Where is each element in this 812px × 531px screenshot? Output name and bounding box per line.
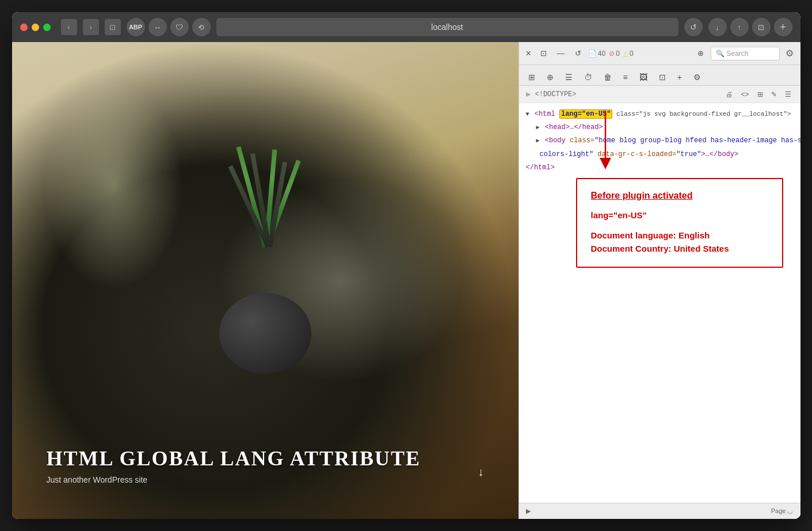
close-button[interactable] [20,24,28,31]
devtools-screenshot-button[interactable]: ⊡ [537,47,550,60]
lang-attr-highlighted: lang="en-US" [559,109,612,119]
html-tag-open: <html [535,110,559,118]
tab-switcher-button[interactable]: ⊡ [105,19,121,35]
plant-decoration [219,166,311,374]
devtools-close-button[interactable]: × [524,46,533,61]
devtools-panel: × ⊡ — ↺ 📄 40 ⊘ 0 △ 0 ⊕ [519,42,800,519]
tab-console[interactable]: ≡ [619,69,632,85]
traffic-lights [20,24,51,31]
html-open-line: ▼ <html lang="en-US" class="js svg backg… [526,108,794,121]
code-view-button[interactable]: <> [738,89,751,100]
shield-button[interactable]: 🛡 [170,18,189,36]
html-class-attr: class="js svg background-fixed gr__local… [612,111,791,117]
devtools-pick-button[interactable]: ⊕ [694,47,707,60]
devtools-minimize-button[interactable]: — [554,47,568,60]
devtools-status-right: Page ◡ [771,507,794,515]
new-tab-button[interactable]: + [774,18,792,36]
address-text: localhost [431,22,463,32]
devtools-error-count: ⊘ 0 [609,50,620,58]
edit-button[interactable]: ✎ [769,89,779,100]
devtools-status-page: Page ◡ [771,507,794,515]
info-box-language: Document language: English [591,229,768,242]
doctype-text: <!DOCTYPE> [535,90,577,98]
dom-tree: ▼ <html lang="en-US" class="js svg backg… [519,103,800,503]
right-toolbar-icons: ↓ ↑ ⊡ + [708,18,792,36]
tab-timeline[interactable]: ⏱ [580,69,597,85]
devtools-status-left: ▶ [526,507,531,515]
tab-elements[interactable]: ⊞ [524,69,540,85]
html-triangle[interactable]: ▼ [526,111,529,117]
plant-pot [219,293,311,374]
devtools-doc-count: 📄 40 [588,50,605,58]
info-annotation-box: Before plugin activated lang="en-US" Doc… [576,178,783,268]
doctype-toggle-icon: ▶ [526,90,531,98]
toolbar-icons: ABP ↔ 🛡 ⟲ [127,18,211,36]
search-icon: 🔍 [716,50,725,58]
tabs-button[interactable]: ⊡ [752,18,771,36]
share-button[interactable]: ↑ [730,18,749,36]
webpage-background: HTML GLOBAL LANG ATTRIBUTE Just another … [12,42,519,519]
devtools-nav-icons: ⚙ [783,45,796,61]
minimize-button[interactable] [32,24,39,31]
extension-button1[interactable]: ↔ [148,18,167,36]
devtools-settings-button[interactable]: ⚙ [783,45,796,61]
html-close-line: </html> [526,161,794,175]
browser-window: ‹ › ⊡ ABP ↔ 🛡 ⟲ localhost ↺ ↓ ↑ ⊡ + [12,12,800,519]
devtools-search-box[interactable]: 🔍 Search [711,47,780,60]
tab-network[interactable]: ⊕ [542,69,558,85]
panel-button[interactable]: ☰ [783,89,794,100]
body-line-cont: colors-light" data-gr-c-s-loaded="true">… [526,148,794,161]
back-button[interactable]: ‹ [61,19,77,35]
webpage-area: HTML GLOBAL LANG ATTRIBUTE Just another … [12,42,519,519]
tab-layers[interactable]: ⊡ [654,69,670,85]
page-subtitle: Just another WordPress site [47,475,484,484]
head-tag: <head> [545,123,570,131]
scroll-indicator: ↓ [478,465,484,479]
devtools-status-bar: ▶ Page ◡ [519,503,800,519]
grid-view-button[interactable]: ⊞ [755,89,765,100]
info-box-code: lang="en-US" [591,210,768,220]
tab-frames[interactable]: 🖼 [635,69,652,85]
extension-button2[interactable]: ⟲ [192,18,211,36]
forward-button[interactable]: › [83,19,99,35]
body-tag: <body [545,136,570,145]
devtools-reload-button[interactable]: ↺ [571,47,585,60]
address-bar[interactable]: localhost [216,18,678,36]
tab-sources[interactable]: ☰ [561,69,577,85]
devtools-toolbar: × ⊡ — ↺ 📄 40 ⊘ 0 △ 0 ⊕ [519,42,800,65]
title-bar: ‹ › ⊡ ABP ↔ 🛡 ⟲ localhost ↺ ↓ ↑ ⊡ + [12,12,800,42]
adblock-button[interactable]: ABP [127,18,145,36]
download-button[interactable]: ↓ [708,18,727,36]
tab-settings[interactable]: ⚙ [689,69,706,85]
close-html-tag: </html> [526,164,555,172]
head-triangle[interactable]: ▶ [536,124,540,131]
browser-content: HTML GLOBAL LANG ATTRIBUTE Just another … [12,42,800,519]
maximize-button[interactable] [43,24,51,31]
tab-more[interactable]: + [673,69,687,85]
info-box-country: Document Country: United States [591,242,768,256]
devtools-warning-count: △ 0 [623,50,634,58]
devtools-tab-bar: ⊞ ⊕ ☰ ⏱ 🗑 ≡ 🖼 ⊡ + ⚙ [519,65,800,86]
print-button[interactable]: 🖨 [723,89,735,100]
doctype-bar: ▶ <!DOCTYPE> 🖨 <> ⊞ ✎ ☰ [519,86,800,103]
tab-storage[interactable]: 🗑 [599,69,616,85]
webpage-text: HTML GLOBAL LANG ATTRIBUTE Just another … [47,446,484,484]
search-placeholder: Search [727,50,749,58]
page-title: HTML GLOBAL LANG ATTRIBUTE [47,446,484,471]
body-triangle[interactable]: ▶ [536,138,540,144]
head-line: ▶ <head>…</head> [526,121,794,134]
info-box-title: Before plugin activated [591,191,768,201]
reload-button[interactable]: ↺ [684,18,703,36]
doctype-actions: 🖨 <> ⊞ ✎ ☰ [723,89,793,100]
info-box-details: Document language: English Document Coun… [591,229,768,255]
body-line: ▶ <body class="home blog group-blog hfee… [526,134,794,147]
